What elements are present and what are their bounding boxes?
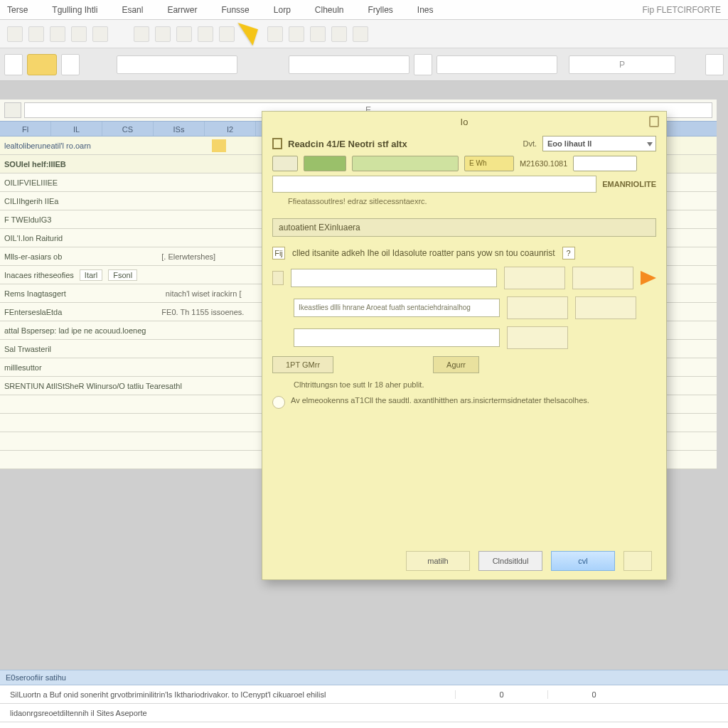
- ribbon-field[interactable]: [289, 55, 410, 74]
- col-header[interactable]: IL: [51, 122, 102, 136]
- toolbar-icon[interactable]: [92, 26, 108, 42]
- note-text: Av elmeookenns aT1Cll the saudtl. axantl…: [291, 396, 589, 405]
- book-icon: [272, 138, 282, 149]
- menu-item[interactable]: Frylles: [368, 5, 393, 15]
- toolbar-icon[interactable]: [176, 26, 192, 42]
- ribbon-button[interactable]: [61, 54, 80, 75]
- menu-item[interactable]: Funsse: [221, 5, 249, 15]
- name-box[interactable]: [4, 102, 21, 118]
- cell-text: SRENTIUN AtIlStSheR Wlinurso/O tatliu Te…: [4, 382, 182, 390]
- igmr-button[interactable]: 1PT GMrr: [272, 356, 333, 373]
- toolbar-icon[interactable]: [353, 26, 368, 42]
- preview-box: [575, 296, 636, 319]
- cell-text: attal Bspersep: lad ipe ne acouud.loeneg: [4, 326, 146, 335]
- info-icon: [272, 396, 285, 409]
- menu-item[interactable]: Lorp: [274, 5, 291, 15]
- cell-text: Inacaes ritheseofies: [4, 271, 74, 279]
- col-header[interactable]: I2: [205, 122, 256, 136]
- menu-item[interactable]: Earrwer: [167, 5, 197, 15]
- ext-combo[interactable]: Eoo lihaut ll: [542, 136, 656, 151]
- trash-icon[interactable]: [649, 116, 659, 127]
- field-input[interactable]: [294, 328, 500, 347]
- cell-text: SOUIel helf:IIIEB: [4, 160, 66, 168]
- field-input[interactable]: Ikeastlies dllli hnrane Aroeat fuath sen…: [294, 299, 500, 317]
- footer-button[interactable]: matilh: [406, 551, 470, 571]
- cursor-arrow-icon: [232, 23, 258, 46]
- group-title: autoatient EXinluaera: [272, 218, 656, 237]
- tag-badge: Fsonl: [108, 269, 137, 281]
- apply-button[interactable]: Agurr: [433, 356, 479, 373]
- preview-box: [572, 267, 633, 289]
- footer-button[interactable]: [623, 551, 652, 571]
- ribbon-active-tab[interactable]: [27, 54, 57, 75]
- ribbon-field[interactable]: [437, 55, 557, 74]
- dialog: Io Readcin 41/E Neotri stf altx Dvt. Eoo…: [262, 111, 667, 580]
- ribbon-bar: P: [0, 48, 728, 81]
- side-label: EMANRIOLITE: [602, 180, 656, 188]
- toolbar-icon[interactable]: [331, 26, 347, 42]
- menu-item[interactable]: Ines: [417, 5, 434, 15]
- menu-item[interactable]: Terse: [7, 5, 28, 15]
- field-input[interactable]: [291, 269, 497, 287]
- pill-button[interactable]: [352, 156, 459, 171]
- menu-item[interactable]: Clheuln: [315, 5, 344, 15]
- pill-label: E Wh: [465, 159, 486, 167]
- pill-button[interactable]: [272, 156, 298, 171]
- toolbar-icon[interactable]: [289, 26, 304, 42]
- long-input[interactable]: [272, 176, 596, 193]
- col-header[interactable]: CS: [102, 122, 154, 136]
- highlight-cell-icon: [212, 139, 226, 152]
- button-row: 1PT GMrr Agurr: [272, 356, 656, 373]
- toolbar-icon[interactable]: [219, 26, 235, 42]
- pill-button[interactable]: E Wh: [464, 156, 514, 171]
- dialog-title: Io: [461, 117, 469, 127]
- dialog-heading-text: Readcin 41/E Neotri stf altx: [288, 139, 407, 149]
- toolbar-icon[interactable]: [155, 26, 171, 42]
- ribbon-button[interactable]: [4, 54, 23, 75]
- menu-item[interactable]: Esanl: [122, 5, 143, 15]
- toolbar-icon[interactable]: [50, 26, 65, 42]
- table-row[interactable]: lidaonrgsreoetdiltennih il Sites Aseport…: [0, 704, 728, 722]
- toolbar-icon[interactable]: [28, 26, 44, 42]
- cell-text: 0: [547, 690, 640, 699]
- cell-text: milllesuttor: [4, 363, 42, 372]
- cell-text: [. Elerwtershes]: [161, 252, 215, 261]
- ribbon-button[interactable]: [414, 54, 432, 75]
- question-icon: Fij: [272, 247, 285, 259]
- toolbar-icon[interactable]: [71, 26, 87, 42]
- field-row: [272, 267, 656, 289]
- ribbon-button[interactable]: [705, 54, 724, 75]
- ribbon-field[interactable]: [117, 55, 237, 74]
- help-icon[interactable]: ?: [562, 247, 575, 259]
- toolbar-icon[interactable]: [7, 26, 23, 42]
- ribbon-wide-field[interactable]: P: [569, 55, 675, 74]
- menu-bar: Terse Tgulling Ihtli Esanl Earrwer Funss…: [0, 0, 728, 20]
- toolbar-icon[interactable]: [134, 26, 149, 42]
- col-header[interactable]: ISs: [154, 122, 205, 136]
- preview-box: [507, 326, 568, 349]
- note-row: Clhtrittungsn toe sutt Ir 18 aher publit…: [272, 380, 656, 389]
- tag-badge: Itarl: [80, 269, 102, 281]
- bottom-panel: E0seroofiir satihu SilLuortn a Buf onid …: [0, 670, 728, 728]
- dialog-titlebar: Io: [262, 112, 666, 132]
- toolbar-icon[interactable]: [198, 26, 213, 42]
- field-icon: [272, 271, 284, 285]
- ok-button[interactable]: cvl: [551, 551, 615, 571]
- cell-text: OIL'I.Ion Raiturid: [4, 234, 63, 242]
- toolbar-icon[interactable]: [310, 26, 326, 42]
- table-row[interactable]: Neruinyaronrezreoleitheft 10 G0.15 iulti…: [0, 722, 728, 728]
- note-text: Clhtrittungsn toe sutt Ir 18 aher publit…: [294, 380, 424, 389]
- dialog-footer: matilh Clndsitldul cvl: [262, 551, 666, 571]
- cell-text: lealtoliberuneatil'l ro.oarn: [4, 141, 91, 150]
- pill-button[interactable]: [304, 156, 346, 171]
- toolbar-icon[interactable]: [267, 26, 283, 42]
- cancel-button[interactable]: Clndsitldul: [478, 551, 542, 571]
- cell-text: FEnterseslaEtda: [4, 308, 62, 316]
- col-header[interactable]: Fl: [0, 122, 51, 136]
- table-row[interactable]: SilLuortn a Buf onid soneriht grvotbrimi…: [0, 685, 728, 704]
- cell-text: nitach'l wiset irackirn [: [166, 289, 242, 298]
- menu-item[interactable]: Tgulling Ihtli: [52, 5, 97, 15]
- cell-text: FE0. Th 1155 issoenes.: [161, 308, 244, 316]
- pill-input[interactable]: [573, 156, 637, 171]
- pill-label: M21630.1081: [520, 156, 567, 171]
